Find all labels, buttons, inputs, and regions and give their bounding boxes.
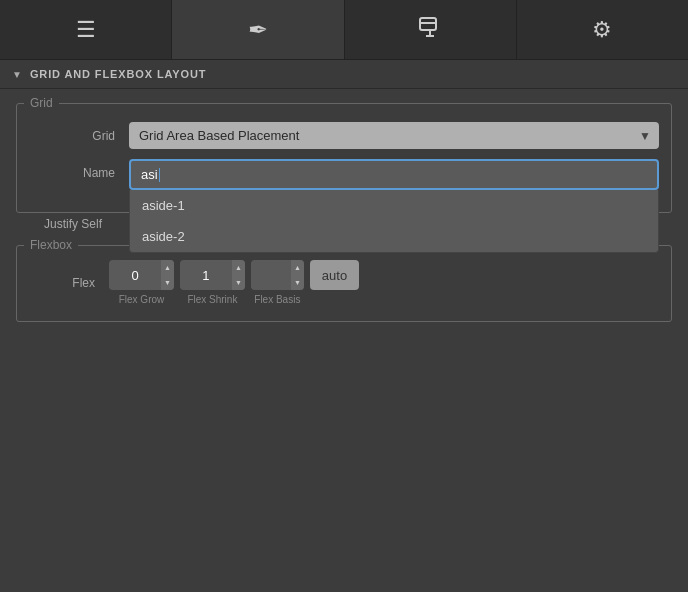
flex-grow-up[interactable]: ▲	[161, 260, 174, 275]
menu-icon: ☰	[76, 17, 96, 43]
name-input-text: asi	[141, 167, 158, 182]
name-input-wrapper: asi aside-1 aside-2	[129, 159, 659, 190]
grid-select[interactable]: Grid Area Based Placement	[129, 122, 659, 149]
flex-grow-group: ▲ ▼ Flex Grow	[109, 260, 174, 305]
flex-grow-label: Flex Grow	[119, 294, 165, 305]
toolbar-edit[interactable]: ✒	[172, 0, 344, 59]
flex-field-label: Flex	[29, 276, 109, 290]
flex-shrink-down[interactable]: ▼	[232, 275, 245, 290]
flex-basis-down[interactable]: ▼	[291, 275, 304, 290]
flex-basis-input-row: ▲ ▼	[251, 260, 304, 290]
flex-grow-down[interactable]: ▼	[161, 275, 174, 290]
flex-basis-spinners: ▲ ▼	[291, 260, 304, 290]
flex-shrink-spinners: ▲ ▼	[232, 260, 245, 290]
name-autocomplete-wrapper: asi aside-1 aside-2	[129, 159, 659, 190]
auto-btn-wrapper: auto	[310, 260, 359, 305]
flex-grow-spinners: ▲ ▼	[161, 260, 174, 290]
flex-basis-up[interactable]: ▲	[291, 260, 304, 275]
edit-icon: ✒	[248, 16, 268, 44]
grid-group-label: Grid	[24, 96, 59, 110]
cursor	[159, 168, 161, 182]
flex-basis-input[interactable]	[251, 263, 291, 288]
flex-shrink-input[interactable]	[180, 263, 232, 288]
flex-inputs-container: ▲ ▼ Flex Grow ▲ ▼	[109, 260, 359, 305]
flex-field-row: Flex ▲ ▼ Flex Grow	[29, 260, 659, 305]
auto-button[interactable]: auto	[310, 260, 359, 290]
grid-group: Grid Grid Grid Area Based Placement ▼ Na…	[16, 103, 672, 213]
settings-icon: ⚙	[592, 17, 612, 43]
name-field-label: Name	[29, 166, 129, 180]
flex-grow-input-row: ▲ ▼	[109, 260, 174, 290]
flexbox-group-label: Flexbox	[24, 238, 78, 252]
section-header: ▼ GRID AND FLEXBOX LAYOUT	[0, 60, 688, 89]
flex-shrink-label: Flex Shrink	[187, 294, 237, 305]
justify-self-label: Justify Self	[16, 217, 116, 231]
flexbox-group: Flexbox Flex ▲ ▼ Flex Gro	[16, 245, 672, 322]
search-icon	[417, 14, 443, 46]
autocomplete-item-2[interactable]: aside-2	[130, 221, 658, 252]
name-field-row: Name asi aside-1 aside-2	[29, 159, 659, 190]
grid-field-label: Grid	[29, 129, 129, 143]
toolbar: ☰ ✒ ⚙	[0, 0, 688, 60]
flex-basis-group: ▲ ▼ Flex Basis	[251, 260, 304, 305]
content-area: Grid Grid Grid Area Based Placement ▼ Na…	[0, 103, 688, 322]
toolbar-settings[interactable]: ⚙	[517, 0, 688, 59]
name-input-display[interactable]: asi	[129, 159, 659, 190]
flex-shrink-input-row: ▲ ▼	[180, 260, 245, 290]
flex-shrink-up[interactable]: ▲	[232, 260, 245, 275]
grid-select-container: Grid Area Based Placement ▼	[129, 122, 659, 149]
flexbox-group-content: Flex ▲ ▼ Flex Grow	[16, 245, 672, 322]
grid-select-wrapper: Grid Area Based Placement ▼	[129, 122, 659, 149]
flex-grow-input[interactable]	[109, 263, 161, 288]
flex-basis-label: Flex Basis	[254, 294, 300, 305]
flex-shrink-group: ▲ ▼ Flex Shrink	[180, 260, 245, 305]
autocomplete-item-1[interactable]: aside-1	[130, 190, 658, 221]
chevron-down-icon: ▼	[12, 69, 22, 80]
section-title: GRID AND FLEXBOX LAYOUT	[30, 68, 207, 80]
grid-field-row: Grid Grid Area Based Placement ▼	[29, 122, 659, 149]
auto-btn-sub-label	[333, 294, 336, 305]
autocomplete-dropdown: aside-1 aside-2	[129, 190, 659, 253]
grid-group-content: Grid Grid Area Based Placement ▼ Name	[16, 103, 672, 213]
toolbar-search[interactable]	[345, 0, 517, 59]
toolbar-menu[interactable]: ☰	[0, 0, 172, 59]
